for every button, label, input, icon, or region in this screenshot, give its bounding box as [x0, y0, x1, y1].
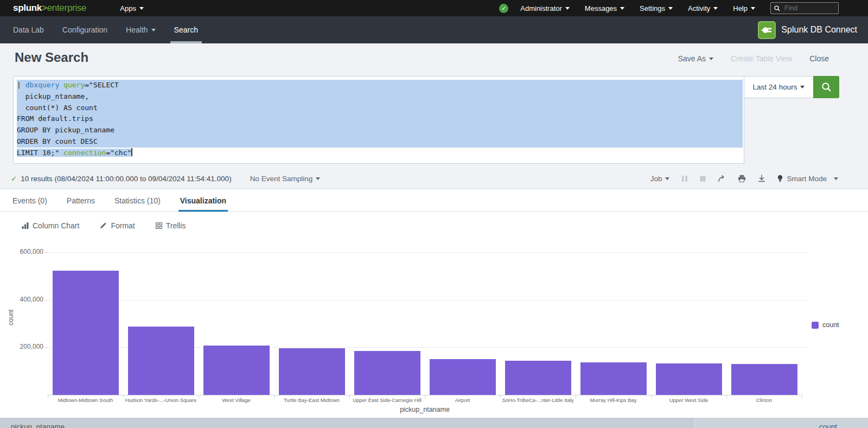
legend-label: count — [822, 321, 839, 329]
chevron-down-icon — [751, 7, 755, 10]
stop-icon — [700, 176, 706, 182]
messages-label: Messages — [585, 4, 617, 12]
trellis-grid-icon — [156, 222, 162, 229]
chart-bar[interactable] — [354, 351, 420, 395]
gridline — [48, 252, 808, 253]
x-category-label: Upper West Side — [651, 397, 726, 403]
x-category-label: Hudson Yards-...-Union Square — [123, 397, 199, 403]
chart-type-picker[interactable]: Column Chart — [22, 221, 79, 230]
results-summary: 10 results (08/04/2024 11:00:00.000 to 0… — [21, 175, 231, 183]
chart-bar[interactable] — [203, 346, 270, 395]
chevron-down-icon — [620, 7, 624, 10]
chart-bar[interactable] — [128, 327, 194, 395]
administrator-menu[interactable]: Administrator — [520, 4, 570, 12]
app-title: Splunk DB Connect — [781, 25, 857, 35]
tab-patterns[interactable]: Patterns — [65, 189, 97, 212]
x-tick-mark — [802, 395, 802, 399]
trellis-button[interactable]: Trellis — [156, 221, 186, 230]
chart-bar[interactable] — [279, 348, 345, 395]
format-button[interactable]: Format — [100, 221, 135, 230]
x-category-label: Midtown-Midtown South — [48, 397, 123, 403]
y-tick-label: 200,000 — [0, 343, 43, 350]
results-info-bar: ✓ 10 results (08/04/2024 11:00:00.000 to… — [0, 168, 868, 189]
x-category-label: Upper East Side-Carnegie Hill — [349, 397, 425, 403]
legend-swatch — [812, 322, 819, 329]
trellis-label: Trellis — [166, 221, 186, 230]
smart-mode-menu[interactable]: Smart Mode — [777, 175, 838, 183]
nav-item-search[interactable]: Search — [169, 16, 203, 43]
tab-label: Statistics (10) — [114, 196, 161, 205]
settings-menu[interactable]: Settings — [640, 4, 673, 12]
search-header-section: New Search Save As Create Table View Clo… — [0, 43, 868, 189]
logo-gt: > — [42, 3, 47, 13]
chevron-down-icon — [709, 58, 713, 60]
plot-area: pickup_ntaname 200,000400,000600,000Midt… — [48, 252, 802, 395]
column-header-pickup-ntaname[interactable]: pickup_ntaname — [0, 418, 694, 428]
chevron-down-icon — [834, 177, 838, 180]
event-sampling-menu[interactable]: No Event Sampling — [250, 175, 321, 183]
search-query-input[interactable]: | dbxquery query="SELECT pickup_ntaname,… — [13, 76, 744, 164]
chart-bar[interactable] — [656, 363, 722, 395]
smart-mode-label: Smart Mode — [787, 175, 827, 183]
chart-bar[interactable] — [731, 364, 797, 395]
find-input[interactable] — [783, 4, 829, 12]
activity-menu[interactable]: Activity — [688, 4, 718, 12]
time-range-label: Last 24 hours — [753, 83, 797, 91]
lightbulb-icon — [777, 175, 783, 182]
messages-menu[interactable]: Messages — [585, 4, 624, 12]
save-as-button[interactable]: Save As — [678, 54, 713, 63]
x-category-label: Airport — [425, 397, 500, 403]
app-brand[interactable]: Splunk DB Connect — [758, 21, 857, 39]
share-icon[interactable] — [718, 175, 726, 182]
search-icon — [774, 5, 780, 11]
tab-visualization[interactable]: Visualization — [178, 189, 228, 212]
apps-label: Apps — [120, 4, 136, 12]
y-tick-mark — [44, 252, 48, 253]
tab-label: Visualization — [180, 196, 226, 205]
x-category-label: Murray Hill-Kips Bay — [576, 397, 651, 403]
find-search-box[interactable] — [770, 2, 839, 14]
nav-label: Health — [126, 25, 148, 34]
tab-label: Events (0) — [12, 196, 47, 205]
gridline — [48, 300, 808, 301]
y-tick-label: 600,000 — [0, 248, 43, 255]
nav-item-data-lab[interactable]: Data Lab — [8, 16, 49, 43]
print-icon[interactable] — [738, 175, 746, 182]
help-label: Help — [733, 4, 748, 12]
chevron-down-icon — [565, 7, 570, 10]
nav-label: Configuration — [62, 25, 107, 34]
search-icon — [821, 82, 832, 92]
apps-menu[interactable]: Apps — [120, 4, 144, 12]
query-line: count(*) AS count — [17, 103, 743, 114]
help-menu[interactable]: Help — [733, 4, 755, 12]
chevron-down-icon — [713, 7, 718, 10]
y-tick-label: 400,000 — [0, 296, 43, 303]
create-table-view-button: Create Table View — [731, 54, 792, 63]
query-line: LIMIT 10;" connection="chc" — [17, 148, 743, 159]
chevron-down-icon — [800, 86, 805, 88]
tab-statistics[interactable]: Statistics (10) — [113, 189, 162, 212]
chart-bar[interactable] — [580, 362, 647, 395]
splunk-logo[interactable]: splunk>enterprise — [13, 3, 86, 14]
chart-legend[interactable]: count — [812, 321, 839, 329]
time-range-picker[interactable]: Last 24 hours — [744, 76, 814, 98]
search-submit-button[interactable] — [813, 76, 839, 98]
save-as-label: Save As — [678, 54, 706, 63]
health-status-icon[interactable]: ✓ — [499, 4, 508, 13]
chart-bar[interactable] — [430, 359, 496, 395]
chart-bar[interactable] — [53, 271, 119, 395]
top-bar: splunk>enterprise Apps ✓ Administrator M… — [0, 0, 868, 16]
close-button[interactable]: Close — [809, 54, 829, 63]
job-menu[interactable]: Job — [650, 175, 670, 183]
tab-events[interactable]: Events (0) — [11, 189, 49, 212]
download-icon[interactable] — [758, 175, 765, 182]
app-nav-bar: Data Lab Configuration Health Search Spl… — [0, 16, 868, 43]
x-axis-title: pickup_ntaname — [48, 406, 802, 413]
chart-bar[interactable] — [505, 361, 571, 395]
header-actions: Save As Create Table View Close — [678, 54, 829, 63]
administrator-label: Administrator — [520, 4, 562, 12]
column-header-count[interactable]: count — [694, 418, 868, 428]
nav-item-configuration[interactable]: Configuration — [58, 16, 112, 43]
nav-item-health[interactable]: Health — [121, 16, 160, 43]
job-label: Job — [650, 175, 662, 183]
